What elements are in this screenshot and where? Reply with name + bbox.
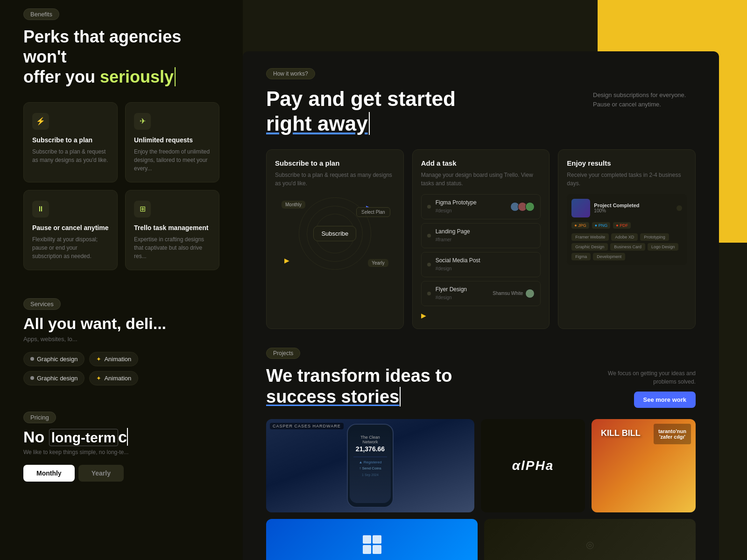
- task-name-figma: Figma Prototype: [436, 199, 477, 206]
- task-info-figma: Figma Prototype #design: [436, 199, 477, 214]
- jpg-badge: ● JPG: [571, 222, 589, 229]
- pricing-toggle: Monthly Yearly: [23, 465, 219, 482]
- service-label-animation-1: Animation: [104, 356, 131, 363]
- services-subtitle: Apps, websites, lo...: [23, 336, 219, 343]
- benefit-title-trello: Trello task management: [134, 224, 211, 231]
- tag-framer: Framer Website: [571, 233, 609, 241]
- projects-title: We transform ideas to success stories: [266, 365, 452, 408]
- service-dot: [30, 357, 34, 361]
- project-img-alpha[interactable]: αlPHa: [481, 419, 585, 512]
- subscribe-inner-btn[interactable]: Subscribe: [313, 226, 356, 241]
- phone-amount-label: The Clean Network: [353, 435, 387, 444]
- how-it-works-section: How it works? Pay and get started right …: [243, 51, 719, 136]
- phone-date: 1 Sep 2024: [353, 473, 387, 476]
- step2-desc: Manage your design board using Trello. V…: [421, 171, 541, 188]
- cursor-yellow-task: ▶: [421, 312, 541, 319]
- task-info-landing: Landing Page #framer: [436, 228, 470, 243]
- projects-right: We focus on getting your ideas and probl…: [602, 369, 696, 408]
- step-card-subscribe: Subscribe to a plan Subscribe to a plan …: [266, 149, 404, 329]
- task-item-social: Social Media Post #design: [421, 252, 541, 277]
- see-more-button[interactable]: See more work: [634, 392, 696, 408]
- win-pane-3: [363, 545, 372, 554]
- benefit-title-subscribe: Subscribe to a plan: [32, 136, 109, 144]
- project-img-book[interactable]: KILL BILL taranto'nun'zafer cılgı': [592, 419, 696, 512]
- long-term-text: long-term: [49, 429, 118, 446]
- assign-avatar-img: [525, 289, 535, 298]
- projects-desc: We focus on getting your ideas and probl…: [602, 369, 696, 386]
- benefit-card-unlimited: ✈ Unlimited requests Enjoy the freedom o…: [125, 102, 219, 182]
- rp-title-block: Pay and get started right away: [266, 87, 456, 136]
- service-tag-animation-1[interactable]: ✦ Animation: [89, 352, 138, 366]
- pdf-badge: ● PDF: [613, 222, 631, 229]
- tag-bizcard: Business Card: [610, 243, 645, 251]
- project-img-partial[interactable]: ◎: [484, 519, 696, 560]
- benefit-desc-trello: Expertise in crafting designs that capti…: [134, 235, 211, 260]
- kill-bill-title: KILL BILL: [601, 428, 641, 438]
- task-name-landing: Landing Page: [436, 228, 470, 235]
- tag-logo: Logo Design: [648, 243, 679, 251]
- projects-title-line2: success stories: [266, 387, 399, 406]
- service-label-graphic-1: Graphic design: [37, 356, 78, 363]
- projects-badge: Projects: [266, 348, 300, 359]
- monthly-toggle-btn[interactable]: Monthly: [23, 465, 75, 482]
- project-img-windows[interactable]: [266, 519, 478, 560]
- assign-avatar: Shamsu White: [493, 289, 535, 298]
- benefit-card-trello: ⊞ Trello task management Expertise in cr…: [125, 190, 219, 270]
- benefit-card-pause: ⏸ Pause or cancel anytime Flexibility at…: [23, 190, 118, 270]
- png-badge: ● PNG: [592, 222, 610, 229]
- task-list: Figma Prototype #design Landing Page #fr…: [421, 194, 541, 319]
- projects-section: Projects We transform ideas to success s…: [266, 348, 696, 560]
- win-pane-1: [363, 535, 372, 544]
- phone-mockup: The Clean Network 21,376.66 ▲ Registered…: [347, 424, 394, 508]
- project-img-casper[interactable]: CASPER CASES HARDWARE The Clean Network …: [266, 419, 474, 512]
- task-dot-4: [427, 292, 431, 295]
- tag-dev: Development: [593, 253, 625, 260]
- perks-title-line1: Perks that agencies won't: [23, 27, 181, 66]
- tag-prototyping: Prototyping: [640, 233, 669, 241]
- phone-sub: ▲ Registered: [353, 460, 387, 464]
- book-subtitle: taranto'nun'zafer cılgı': [654, 424, 691, 444]
- pause-icon: ⏸: [32, 201, 49, 217]
- result-header: Project Completed 100%: [571, 199, 682, 217]
- services-title: All you want, deli...: [23, 315, 219, 333]
- projects-header: We transform ideas to success stories We…: [266, 365, 696, 408]
- step3-desc: Receive your completed tasks in 2-4 busi…: [567, 171, 687, 188]
- subscribe-visual: Monthly ▶ Select Plan Subscribe ▶ Yearly: [275, 194, 395, 273]
- benefit-card-subscribe: ⚡ Subscribe to a plan Subscribe to a pla…: [23, 102, 118, 182]
- task-avatars: [512, 202, 535, 211]
- task-dot-2: [427, 234, 431, 238]
- service-tags-row-1: Graphic design ✦ Animation: [23, 352, 219, 366]
- task-tag-flyer: #design: [436, 295, 452, 300]
- project-completed-label: Project Completed: [594, 203, 639, 208]
- task-info-flyer: Flyer Design #design: [436, 286, 467, 301]
- task-tag-landing: #framer: [436, 237, 451, 242]
- step-card-results: Enjoy results Receive your completed tas…: [558, 149, 696, 329]
- projects-title-block: We transform ideas to success stories: [266, 365, 452, 408]
- service-tag-graphic-design-2[interactable]: Graphic design: [23, 371, 85, 385]
- result-meta: Project Completed 100%: [594, 203, 639, 213]
- task-item-landing: Landing Page #framer: [421, 223, 541, 248]
- yearly-label: Yearly: [368, 259, 388, 267]
- assign-label: Shamsu White: [493, 291, 523, 296]
- rp-title-line1: Pay and get started: [266, 87, 456, 110]
- win-pane-2: [373, 535, 381, 544]
- services-badge: Services: [23, 298, 61, 310]
- phone-send: ↑ Send Coins: [353, 466, 387, 470]
- service-label-animation-2: Animation: [104, 375, 131, 382]
- cursor-yellow-icon: ▶: [284, 257, 289, 264]
- result-progress: 100%: [594, 208, 639, 213]
- project-images-grid: CASPER CASES HARDWARE The Clean Network …: [266, 419, 696, 512]
- yearly-toggle-btn[interactable]: Yearly: [78, 465, 124, 482]
- perks-title: Perks that agencies won't offer you seri…: [23, 27, 210, 87]
- subscribe-icon: ⚡: [32, 113, 49, 130]
- service-tag-animation-2[interactable]: ✦ Animation: [89, 371, 138, 385]
- service-tag-graphic-design-1[interactable]: Graphic design: [23, 352, 85, 366]
- trello-icon: ⊞: [134, 201, 151, 217]
- animation-star-icon: ✦: [96, 356, 101, 363]
- benefit-desc-pause: Flexibility at your disposal; pause or e…: [32, 235, 109, 260]
- cursor: c: [118, 428, 128, 446]
- task-name-flyer: Flyer Design: [436, 286, 467, 293]
- right-panel: How it works? Pay and get started right …: [243, 51, 719, 560]
- rp-title-line2: right away: [266, 112, 370, 135]
- tag-cloud: Framer Website Adobe XD Prototyping Grap…: [571, 233, 682, 260]
